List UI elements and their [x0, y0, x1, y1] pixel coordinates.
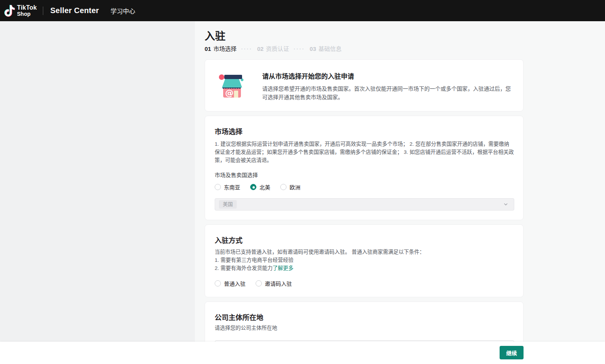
- intro-description: 请选择您希望开通的市场及售卖国家。首次入驻仅能开通同一市场下的一个或多个国家，入…: [262, 84, 514, 101]
- intro-title: 请从市场选择开始您的入驻申请: [262, 72, 514, 81]
- radio-icon: [256, 280, 262, 286]
- method-radio-group: 普通入驻 邀请码入驻: [215, 279, 513, 288]
- radio-normal-onboarding[interactable]: 普通入驻: [215, 280, 246, 287]
- radio-region-north-america[interactable]: 北美: [250, 183, 270, 191]
- method-line-2: 1. 需要有第三方电商平台经营经验: [215, 256, 513, 264]
- top-header: TikTok Shop Seller Center 学习中心: [0, 0, 605, 21]
- intro-card: @ 请从市场选择开始您的入驻申请 请选择您希望开通的市场及售卖国家。首次入驻仅能…: [205, 59, 524, 111]
- radio-label: 邀请码入驻: [265, 280, 292, 287]
- country-tag-us: 美国: [219, 200, 237, 209]
- radio-label: 北美: [259, 183, 270, 191]
- nav-learning-center[interactable]: 学习中心: [110, 6, 135, 15]
- onboarding-method-card: 入驻方式 当前市场已支持普通入驻，如有邀请码可使用邀请码入驻。 普通入驻商家需满…: [205, 224, 524, 297]
- bottom-action-bar: 继续: [0, 342, 605, 364]
- radio-label: 普通入驻: [224, 280, 246, 287]
- radio-label: 欧洲: [290, 183, 300, 191]
- market-card-description: 1. 建议您根据实际运营计划申请开通售卖国家，开通后可高效实现一品卖多个市场； …: [215, 140, 514, 164]
- logo-wordmark: TikTok Shop: [17, 5, 37, 17]
- header-divider: [43, 7, 43, 15]
- step-indicator: 01 市场选择 ···· 02 资质认证 ···· 03 基础信息: [205, 45, 533, 53]
- logo-line-shop: Shop: [17, 11, 37, 17]
- main-area: 入驻 01 市场选择 ···· 02 资质认证 ···· 03 基础信息: [195, 21, 605, 342]
- tiktok-note-icon: [3, 4, 16, 17]
- seller-center-title[interactable]: Seller Center: [50, 6, 99, 15]
- radio-invite-code-onboarding[interactable]: 邀请码入驻: [256, 280, 292, 287]
- method-line-1: 当前市场已支持普通入驻，如有邀请码可使用邀请码入驻。 普通入驻商家需满足以下条件…: [215, 248, 513, 256]
- storefront-icon: @: [217, 71, 244, 99]
- market-card-title: 市场选择: [215, 127, 513, 137]
- step-qualification: 02 资质认证: [257, 45, 289, 53]
- chevron-down-icon: [503, 202, 508, 207]
- method-line-3-text: 2. 需要有海外仓发货能力: [215, 265, 273, 271]
- learn-more-link[interactable]: 了解更多: [273, 265, 293, 271]
- method-card-title: 入驻方式: [215, 236, 513, 246]
- step-separator-dots: ····: [241, 45, 253, 53]
- step-label: 基础信息: [319, 45, 342, 53]
- step-basic-info: 03 基础信息: [310, 45, 342, 53]
- logo-line-tiktok: TikTok: [17, 5, 37, 11]
- radio-icon: [215, 280, 221, 286]
- step-label: 市场选择: [214, 45, 237, 53]
- left-gutter: [0, 21, 195, 342]
- page-title: 入驻: [205, 30, 533, 42]
- svg-text:@: @: [225, 88, 234, 98]
- company-card-subtitle: 请选择您的公司主体所在地: [215, 324, 513, 332]
- radio-region-europe[interactable]: 欧洲: [280, 183, 300, 191]
- region-radio-group: 东南亚 北美 欧洲: [215, 183, 513, 191]
- radio-icon: [280, 184, 286, 190]
- step-market-selection: 01 市场选择: [205, 45, 237, 53]
- region-field-label: 市场及售卖国选择: [215, 171, 513, 179]
- company-location-card: 公司主体所在地 请选择您的公司主体所在地 请选择: [205, 302, 524, 342]
- radio-icon: [215, 184, 221, 190]
- company-card-title: 公司主体所在地: [215, 313, 513, 323]
- step-number: 02: [257, 45, 264, 53]
- step-separator-dots: ····: [294, 45, 305, 53]
- method-line-3: 2. 需要有海外仓发货能力了解更多: [215, 264, 513, 272]
- radio-checked-icon: [250, 184, 256, 190]
- step-number: 01: [205, 45, 211, 53]
- market-selection-card: 市场选择 1. 建议您根据实际运营计划申请开通售卖国家，开通后可高效实现一品卖多…: [205, 116, 524, 220]
- tiktok-shop-logo[interactable]: TikTok Shop: [3, 4, 37, 17]
- radio-label: 东南亚: [224, 183, 240, 191]
- radio-region-southeast-asia[interactable]: 东南亚: [215, 183, 240, 191]
- continue-button[interactable]: 继续: [500, 346, 524, 359]
- country-select-disabled[interactable]: 美国: [215, 198, 514, 211]
- step-number: 03: [310, 45, 316, 53]
- step-label: 资质认证: [266, 45, 289, 53]
